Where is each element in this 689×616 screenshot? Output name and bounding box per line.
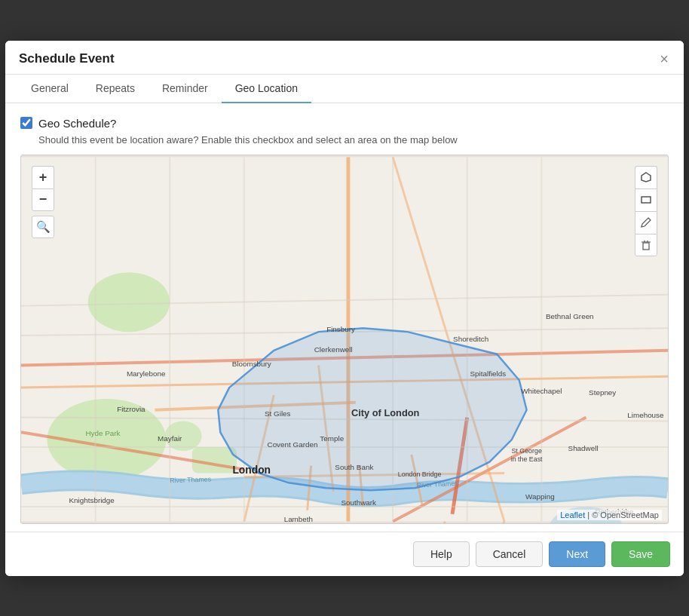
help-button[interactable]: Help (413, 541, 470, 567)
svg-text:in the East: in the East (511, 455, 543, 462)
svg-line-22 (475, 521, 504, 523)
svg-text:Covent Garden: Covent Garden (268, 440, 318, 449)
svg-marker-88 (642, 173, 651, 182)
map-controls-left: + − 🔍 (32, 166, 54, 238)
polygon-icon (640, 171, 652, 183)
svg-rect-90 (643, 243, 649, 250)
svg-text:Whitechapel: Whitechapel (521, 386, 562, 394)
svg-text:Mayfair: Mayfair (158, 434, 182, 443)
svg-text:South Bank: South Bank (335, 462, 373, 470)
modal-footer: Help Cancel Next Save (5, 532, 684, 576)
tab-reminder[interactable]: Reminder (149, 75, 222, 103)
svg-text:Stepney: Stepney (589, 388, 616, 396)
tab-geo-location[interactable]: Geo Location (222, 75, 311, 103)
geo-schedule-description: Should this event be location aware? Ena… (38, 134, 669, 146)
map-controls-right (635, 166, 657, 256)
tab-bar: General Repeats Reminder Geo Location (5, 75, 684, 103)
svg-rect-89 (642, 197, 651, 203)
save-button[interactable]: Save (611, 541, 670, 567)
map-svg: City of London London Marylebone Fitzrov… (21, 155, 668, 523)
svg-text:Shadwell: Shadwell (568, 443, 599, 452)
close-button[interactable]: × (658, 51, 670, 66)
svg-text:Wapping: Wapping (525, 492, 555, 501)
map-container[interactable]: City of London London Marylebone Fitzrov… (20, 155, 669, 524)
geo-schedule-label: Geo Schedule? (38, 117, 116, 130)
svg-point-2 (88, 272, 170, 332)
rectangle-icon (640, 194, 652, 206)
svg-text:Bloomsbury: Bloomsbury (232, 360, 271, 368)
svg-text:Clerkenwell: Clerkenwell (314, 345, 353, 353)
svg-text:Spitalfields: Spitalfields (470, 369, 506, 378)
edit-button[interactable] (635, 211, 657, 234)
modal-title: Schedule Event (19, 51, 115, 66)
svg-text:Fitzrovia: Fitzrovia (117, 404, 145, 412)
modal-header: Schedule Event × (5, 41, 684, 75)
svg-text:Limehouse: Limehouse (627, 410, 664, 418)
svg-text:Knightsbridge: Knightsbridge (69, 495, 115, 504)
geo-schedule-row: Geo Schedule? (20, 117, 669, 130)
svg-text:River Thames: River Thames (170, 475, 212, 484)
cancel-button[interactable]: Cancel (476, 541, 544, 567)
edit-icon (640, 216, 652, 228)
svg-line-23 (423, 521, 446, 523)
leaflet-link[interactable]: Leaflet (560, 510, 585, 519)
svg-text:A100: A100 (452, 521, 468, 523)
trash-icon (640, 239, 652, 251)
delete-button[interactable] (635, 234, 657, 256)
svg-text:City of London: City of London (351, 406, 420, 418)
modal-body: Geo Schedule? Should this event be locat… (5, 103, 684, 532)
svg-text:Marylebone: Marylebone (127, 369, 166, 378)
next-button[interactable]: Next (549, 541, 605, 567)
svg-text:St George: St George (511, 446, 541, 454)
svg-text:Lambeth: Lambeth (284, 514, 313, 523)
svg-text:London: London (232, 464, 271, 475)
svg-text:Bethnal Green: Bethnal Green (546, 312, 594, 320)
svg-text:Shoreditch: Shoreditch (453, 334, 488, 342)
svg-text:Southwark: Southwark (341, 498, 376, 506)
svg-text:London Bridge: London Bridge (398, 470, 442, 478)
svg-text:Temple: Temple (320, 434, 344, 443)
tab-general[interactable]: General (17, 75, 82, 103)
osm-attribution: © OpenStreetMap (592, 510, 659, 519)
svg-text:St Giles: St Giles (265, 409, 291, 417)
draw-rectangle-button[interactable] (635, 188, 657, 211)
schedule-event-modal: Schedule Event × General Repeats Reminde… (5, 41, 684, 576)
geo-schedule-checkbox[interactable] (20, 117, 32, 129)
zoom-out-button[interactable]: − (32, 188, 54, 211)
svg-text:Finsbury: Finsbury (326, 325, 355, 333)
map-attribution: Leaflet | © OpenStreetMap (557, 510, 662, 520)
svg-text:Hyde Park: Hyde Park (85, 429, 120, 437)
tab-repeats[interactable]: Repeats (82, 75, 149, 103)
zoom-in-button[interactable]: + (32, 166, 54, 188)
modal-overlay: Schedule Event × General Repeats Reminde… (0, 0, 689, 616)
draw-polygon-button[interactable] (635, 166, 657, 188)
search-map-button[interactable]: 🔍 (32, 216, 54, 238)
